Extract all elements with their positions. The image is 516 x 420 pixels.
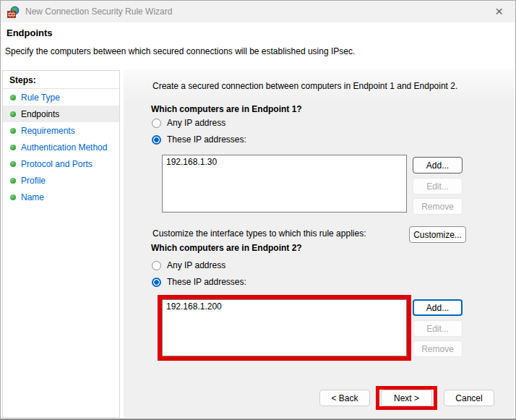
sidebar-item-label: Rule Type xyxy=(21,93,60,103)
step-bullet-icon xyxy=(10,161,16,167)
steps-sidebar: Steps: Rule Type Endpoints Requirements … xyxy=(2,70,120,418)
back-button[interactable]: < Back xyxy=(319,390,370,406)
endpoint1-any-ip-radio[interactable] xyxy=(152,119,161,128)
endpoint1-any-ip-label: Any IP address xyxy=(167,118,225,128)
step-bullet-icon xyxy=(10,95,16,100)
endpoint2-remove-button[interactable]: Remove xyxy=(413,340,463,357)
endpoint1-these-ip-label: These IP addresses: xyxy=(167,134,246,145)
endpoint2-any-ip-label: Any IP address xyxy=(167,260,225,270)
customize-label: Customize the interface types to which t… xyxy=(152,228,366,239)
step-bullet-icon xyxy=(10,111,16,117)
firewall-icon xyxy=(7,6,20,18)
endpoint1-these-ip-radio[interactable] xyxy=(152,135,161,145)
steps-title: Steps: xyxy=(3,71,119,88)
window-titlebar: New Connection Security Rule Wizard × xyxy=(1,1,515,22)
customize-button[interactable]: Customize... xyxy=(409,226,466,243)
sidebar-item-label: Requirements xyxy=(21,126,75,136)
sidebar-item-label: Profile xyxy=(21,176,46,186)
cancel-button[interactable]: Cancel xyxy=(444,390,494,406)
next-button[interactable]: Next > xyxy=(381,390,432,406)
endpoint1-address-list[interactable]: 192.168.1.30 xyxy=(162,155,407,213)
sidebar-item-requirements[interactable]: Requirements xyxy=(3,122,119,139)
wizard-window: New Connection Security Rule Wizard × En… xyxy=(0,0,516,420)
endpoint1-edit-button[interactable]: Edit... xyxy=(413,178,463,194)
list-item[interactable]: 192.168.1.30 xyxy=(163,155,406,168)
endpoint2-these-ip-label: These IP addresses: xyxy=(167,277,246,287)
sidebar-item-label: Protocol and Ports xyxy=(21,159,93,169)
list-item[interactable]: 192.168.1.200 xyxy=(163,300,406,313)
endpoint1-remove-button[interactable]: Remove xyxy=(413,198,463,215)
wizard-header: Endpoints Specify the computers between … xyxy=(1,22,515,69)
step-bullet-icon xyxy=(10,128,16,134)
step-bullet-icon xyxy=(10,145,16,150)
step-bullet-icon xyxy=(10,178,16,184)
endpoint2-question: Which computers are in Endpoint 2? xyxy=(151,243,302,253)
content-panel: Create a secured connection between comp… xyxy=(124,69,515,418)
sidebar-item-protocol-and-ports[interactable]: Protocol and Ports xyxy=(3,155,119,172)
sidebar-item-label: Endpoints xyxy=(21,109,59,119)
sidebar-item-name[interactable]: Name xyxy=(3,189,119,205)
endpoint2-edit-button[interactable]: Edit... xyxy=(413,320,463,337)
endpoint2-address-list[interactable]: 192.168.1.200 xyxy=(162,299,407,356)
sidebar-item-label: Name xyxy=(21,192,44,202)
sidebar-item-profile[interactable]: Profile xyxy=(3,172,119,189)
sidebar-item-authentication-method[interactable]: Authentication Method xyxy=(3,139,119,155)
endpoint2-any-ip-radio[interactable] xyxy=(152,261,161,270)
intro-text: Create a secured connection between comp… xyxy=(152,81,457,91)
endpoint1-question: Which computers are in Endpoint 1? xyxy=(151,104,302,114)
window-title: New Connection Security Rule Wizard xyxy=(25,7,172,17)
sidebar-item-rule-type[interactable]: Rule Type xyxy=(3,89,119,106)
sidebar-item-label: Authentication Method xyxy=(21,142,107,153)
endpoint2-add-button[interactable]: Add... xyxy=(413,299,463,316)
sidebar-item-endpoints[interactable]: Endpoints xyxy=(3,106,119,122)
page-description: Specify the computers between which secu… xyxy=(5,46,355,56)
endpoint2-these-ip-radio[interactable] xyxy=(152,278,161,287)
step-bullet-icon xyxy=(10,194,16,200)
close-icon[interactable]: × xyxy=(483,1,515,22)
page-title: Endpoints xyxy=(7,27,53,38)
endpoint1-add-button[interactable]: Add... xyxy=(413,157,463,173)
